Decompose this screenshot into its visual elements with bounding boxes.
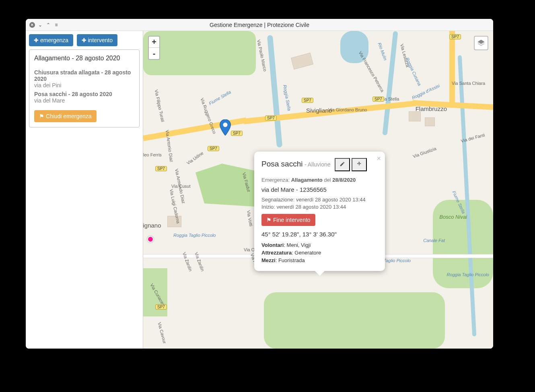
window-title: Gestione Emergenze | Protezione Civile [26, 22, 493, 28]
water-label-roggia-taglio-piccolo: Roggia Taglio Piccolo [173, 233, 216, 238]
popup-segnalazione: Segnalazione: venerdì 28 agosto 2020 13:… [261, 196, 378, 203]
area-label-bosco-nivai: Bosco Nivai [439, 214, 467, 220]
water-label-roggia-taglio-piccolo: Roggia Taglio Piccolo [447, 272, 489, 277]
road-shield-sp7: SP7 [231, 131, 243, 136]
water-label-canale-fat: Canale Fat [423, 238, 445, 243]
popup-move-button[interactable] [352, 158, 367, 171]
add-intervento-button[interactable]: ✚ intervento [77, 34, 117, 46]
place-label-vignano: vignano [143, 222, 161, 229]
road-label-via-udine: Via Udine [186, 150, 204, 165]
edit-icon [340, 161, 345, 167]
emergency-card: Allagamento - 28 agosto 2020 Chiusura st… [29, 49, 140, 127]
road-shield-sp7: SP7 [155, 304, 167, 310]
intervention-item-title[interactable]: Chiusura strada allagata - 28 agosto 202… [34, 69, 134, 82]
road-label-leo-ferris: leo Ferris [143, 152, 162, 157]
map-road-sp7 [449, 31, 455, 105]
close-emergency-label: Chiudi emergenza [46, 113, 92, 119]
map-building [291, 53, 313, 70]
move-icon [356, 161, 362, 167]
map-building [425, 117, 435, 126]
map-marker-blue[interactable] [220, 119, 231, 135]
window-dropdown-button[interactable]: ⌄ [37, 22, 43, 28]
water-label-roggia-dassili: Roggia d'Assisi [411, 83, 440, 101]
road-label-via-giordano-bruno: Via Giordano Bruno [328, 107, 367, 112]
map-water [382, 31, 398, 135]
attrezzatura-value: : Generatore [292, 250, 321, 256]
volontari-label: Volontari [261, 242, 284, 248]
zoom-in-button[interactable]: + [149, 37, 159, 48]
road-label-via-filippo-turati: Via Filippo Turati [154, 89, 166, 122]
zoom-control: + - [148, 36, 160, 60]
add-intervento-label: intervento [88, 37, 113, 43]
sidebar: ✚ emergenza ✚ intervento Allagamento - 2… [26, 31, 143, 349]
water-label-roggia-cusana: Roggia Cusana [405, 57, 422, 86]
road-label-via-francesco-petrarca: Via Francesco Petrarca [358, 50, 385, 92]
emergency-title[interactable]: Allagamento - 28 agosto 2020 [34, 55, 134, 62]
water-label-rio-mulin: Rio Mulin [377, 42, 388, 61]
plus-icon: ✚ [34, 37, 39, 43]
water-label-fiume-stella: Fiume Stella [208, 90, 232, 106]
road-shield-sp7: SP7 [302, 98, 313, 103]
popup-del-label: del [324, 177, 331, 183]
volontari-value: : Meni, Vigji [284, 242, 311, 248]
road-label-via-giustizia: Via Giustizia [412, 146, 437, 159]
popup-emergency-label: Emergenza: [261, 177, 290, 183]
mezzi-label: Mezzi [261, 257, 276, 263]
popup-subtitle: - Alluvione [305, 161, 331, 168]
map-greenery [264, 292, 445, 349]
road-shield-sp7: SP7 [372, 96, 384, 102]
road-shield-sp7: SP7 [265, 115, 277, 121]
map-water [267, 35, 282, 148]
flag-icon: ⚑ [39, 113, 44, 119]
map-road-sp7 [143, 117, 247, 141]
road-shield-sp7: SP7 [155, 166, 167, 171]
svg-point-0 [223, 123, 227, 127]
plus-icon: ✚ [82, 37, 86, 43]
map-popup: × Posa sacchi - Alluvione Emergenza: [254, 152, 385, 271]
popup-title: Posa sacchi [261, 160, 302, 168]
popup-address: via del Mare - 12356565 [261, 186, 378, 193]
popup-close-button[interactable]: × [377, 155, 381, 162]
end-intervento-button[interactable]: ⚑ Fine intervento [261, 214, 315, 226]
popup-edit-button[interactable] [335, 158, 350, 171]
road-label-via-cavour: Via Cavour [157, 322, 167, 344]
road-label-via-votti: Via Votti [246, 210, 254, 227]
map-canvas[interactable]: + - SP7 SP7 SP7 SP7 SP7 SP7 SP7 SP7 Sivi… [143, 31, 493, 349]
layers-button[interactable] [474, 36, 488, 50]
flag-icon: ⚑ [266, 217, 272, 223]
titlebar: ✕ ⌄ ⌃ ≡ Gestione Emergenze | Protezione … [26, 19, 493, 31]
intervention-item-sub: via dei Pini [34, 82, 134, 88]
window-up-button[interactable]: ⌃ [45, 22, 51, 28]
content: ✚ emergenza ✚ intervento Allagamento - 2… [26, 31, 493, 349]
popup-coords: 45° 52' 19.28", 13° 3' 36.30" [261, 231, 378, 238]
intervention-item-sub: via del Mare [34, 97, 134, 104]
map-water [458, 55, 477, 337]
intervention-item-title[interactable]: Posa sacchi - 28 agosto 2020 [34, 91, 134, 97]
popup-date: 28/8/2020 [332, 177, 356, 183]
window-menu-button[interactable]: ≡ [53, 22, 60, 28]
map-greenery [143, 31, 256, 75]
window-close-button[interactable]: ✕ [29, 22, 35, 28]
add-emergenza-button[interactable]: ✚ emergenza [29, 34, 73, 46]
zoom-out-button[interactable]: - [149, 48, 159, 59]
add-emergenza-label: emergenza [40, 37, 68, 43]
road-label-via-paolo-marco: Via Paolo Marco [256, 39, 268, 72]
attrezzatura-label: Attrezzatura [261, 250, 292, 256]
map-building [409, 111, 421, 121]
road-shield-sp7: SP7 [208, 146, 219, 151]
map-marker-pink[interactable] [147, 236, 154, 242]
mezzi-value: : Fuoristrada [276, 257, 305, 263]
popup-inizio: Inizio: venerdì 28 agosto 2020 13:44 [261, 203, 378, 211]
popup-emergency-name: Allagamento [291, 177, 323, 183]
road-shield-sp7: SP7 [449, 34, 461, 39]
end-intervento-label: Fine intervento [273, 217, 311, 223]
water-label-roggia-stella: Roggia Stella [282, 84, 292, 111]
place-label-flambruzzo: Flambruzzo [416, 105, 447, 112]
close-emergency-button[interactable]: ⚑ Chiudi emergenza [34, 110, 97, 122]
road-label-via-santa-chiara: Via Santa Chiara [452, 81, 485, 86]
app-window: ✕ ⌄ ⌃ ≡ Gestione Emergenze | Protezione … [26, 19, 493, 349]
layers-icon [477, 39, 485, 47]
